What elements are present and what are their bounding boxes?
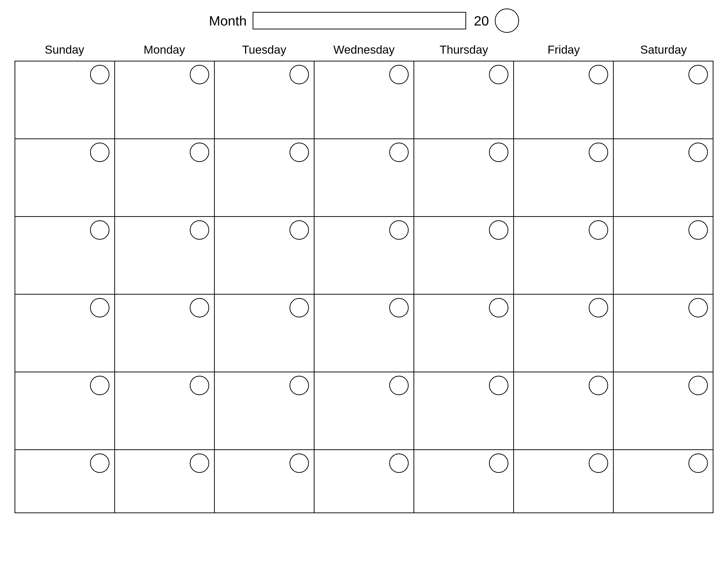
calendar-cell[interactable] [314, 61, 414, 139]
day-number-circle[interactable] [290, 454, 309, 473]
day-number-circle[interactable] [589, 142, 608, 162]
day-number-circle[interactable] [90, 220, 109, 240]
calendar-cell[interactable] [215, 139, 314, 217]
day-number-circle[interactable] [489, 454, 508, 473]
day-number-circle[interactable] [489, 376, 508, 395]
month-input-box[interactable] [253, 12, 466, 29]
calendar-cell[interactable] [314, 450, 414, 513]
calendar-cell[interactable] [614, 295, 713, 372]
day-number-circle[interactable] [688, 454, 708, 473]
weekday-friday: Friday [514, 39, 613, 61]
weekday-header-row: Sunday Monday Tuesday Wednesday Thursday… [15, 39, 713, 61]
day-number-circle[interactable] [389, 454, 409, 473]
calendar-cell[interactable] [314, 139, 414, 217]
calendar-cell[interactable] [414, 139, 514, 217]
day-number-circle[interactable] [389, 376, 409, 395]
day-number-circle[interactable] [290, 376, 309, 395]
calendar-cell[interactable] [614, 217, 713, 295]
calendar-page: Month 20 Sunday Monday Tuesday Wednesday… [0, 0, 728, 563]
weekday-wednesday: Wednesday [314, 39, 414, 61]
day-number-circle[interactable] [290, 65, 309, 84]
calendar-cell[interactable] [314, 217, 414, 295]
day-number-circle[interactable] [589, 376, 608, 395]
calendar-cell[interactable] [15, 295, 115, 372]
calendar-cell[interactable] [414, 450, 514, 513]
calendar-cell[interactable] [15, 139, 115, 217]
weekday-tuesday: Tuesday [214, 39, 314, 61]
calendar-cell[interactable] [414, 61, 514, 139]
calendar-cell[interactable] [15, 61, 115, 139]
day-number-circle[interactable] [688, 220, 708, 240]
day-number-circle[interactable] [589, 65, 608, 84]
day-number-circle[interactable] [489, 298, 508, 318]
calendar-cell[interactable] [514, 61, 614, 139]
calendar-cell[interactable] [514, 450, 614, 513]
calendar-header: Month 20 [0, 7, 728, 34]
calendar-cell[interactable] [115, 139, 215, 217]
calendar-cell[interactable] [514, 217, 614, 295]
day-number-circle[interactable] [290, 220, 309, 240]
day-number-circle[interactable] [190, 376, 209, 395]
month-label: Month [209, 13, 247, 29]
day-number-circle[interactable] [90, 298, 109, 318]
year-input-circle[interactable] [495, 8, 519, 33]
calendar-cell[interactable] [215, 295, 314, 372]
calendar-cell[interactable] [614, 372, 713, 450]
day-number-circle[interactable] [190, 220, 209, 240]
day-number-circle[interactable] [389, 65, 409, 84]
day-number-circle[interactable] [90, 142, 109, 162]
calendar-cell[interactable] [15, 217, 115, 295]
day-number-circle[interactable] [489, 220, 508, 240]
weekday-saturday: Saturday [614, 39, 713, 61]
calendar-cell[interactable] [15, 450, 115, 513]
day-number-circle[interactable] [90, 454, 109, 473]
calendar-cell[interactable] [514, 139, 614, 217]
day-number-circle[interactable] [190, 142, 209, 162]
calendar-cell[interactable] [115, 217, 215, 295]
day-number-circle[interactable] [389, 298, 409, 318]
day-number-circle[interactable] [190, 298, 209, 318]
calendar-cell[interactable] [514, 372, 614, 450]
day-number-circle[interactable] [589, 298, 608, 318]
day-number-circle[interactable] [589, 454, 608, 473]
day-number-circle[interactable] [489, 142, 508, 162]
calendar-cell[interactable] [215, 217, 314, 295]
day-number-circle[interactable] [389, 142, 409, 162]
calendar-cell[interactable] [115, 295, 215, 372]
calendar-body: Sunday Monday Tuesday Wednesday Thursday… [15, 39, 713, 513]
calendar-cell[interactable] [215, 450, 314, 513]
day-number-circle[interactable] [190, 65, 209, 84]
calendar-cell[interactable] [115, 61, 215, 139]
day-number-circle[interactable] [389, 220, 409, 240]
calendar-cell[interactable] [414, 295, 514, 372]
calendar-cell[interactable] [215, 61, 314, 139]
calendar-cell[interactable] [414, 372, 514, 450]
day-number-circle[interactable] [190, 454, 209, 473]
day-number-circle[interactable] [489, 65, 508, 84]
day-number-circle[interactable] [589, 220, 608, 240]
day-number-circle[interactable] [688, 142, 708, 162]
year-prefix-label: 20 [474, 13, 489, 29]
calendar-cell[interactable] [314, 295, 414, 372]
calendar-cell[interactable] [15, 372, 115, 450]
calendar-cell[interactable] [115, 450, 215, 513]
day-number-circle[interactable] [688, 376, 708, 395]
calendar-cell[interactable] [314, 372, 414, 450]
calendar-grid [15, 61, 713, 513]
day-number-circle[interactable] [290, 142, 309, 162]
weekday-thursday: Thursday [414, 39, 514, 61]
day-number-circle[interactable] [90, 376, 109, 395]
calendar-cell[interactable] [614, 450, 713, 513]
day-number-circle[interactable] [90, 65, 109, 84]
calendar-cell[interactable] [514, 295, 614, 372]
calendar-cell[interactable] [614, 139, 713, 217]
weekday-monday: Monday [114, 39, 214, 61]
weekday-sunday: Sunday [15, 39, 114, 61]
calendar-cell[interactable] [614, 61, 713, 139]
calendar-cell[interactable] [115, 372, 215, 450]
calendar-cell[interactable] [215, 372, 314, 450]
calendar-cell[interactable] [414, 217, 514, 295]
day-number-circle[interactable] [688, 65, 708, 84]
day-number-circle[interactable] [290, 298, 309, 318]
day-number-circle[interactable] [688, 298, 708, 318]
